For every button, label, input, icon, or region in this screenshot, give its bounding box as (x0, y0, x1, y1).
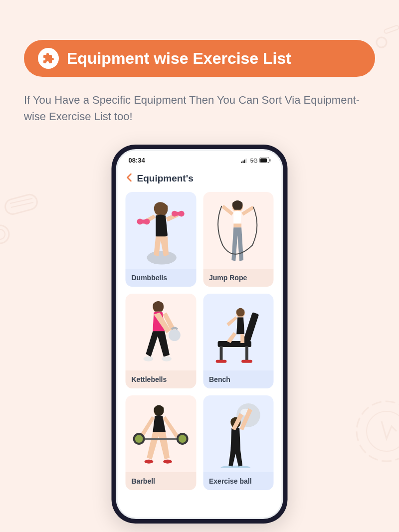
svg-rect-4 (3, 193, 39, 216)
battery-icon (260, 158, 271, 163)
app-header: Equipment's (118, 167, 282, 192)
svg-rect-15 (270, 159, 271, 162)
svg-point-19 (137, 218, 143, 224)
status-network: 5G (250, 158, 258, 164)
svg-point-3 (0, 229, 5, 239)
page-subtitle: If You Have a Specific Equipment Then Yo… (24, 92, 375, 125)
page-header-pill: Equipment wise Exercise List (24, 40, 375, 77)
svg-point-44 (179, 435, 187, 443)
svg-point-28 (162, 356, 172, 361)
equipment-label: Bench (203, 370, 274, 388)
svg-rect-31 (242, 312, 259, 345)
svg-point-39 (163, 459, 172, 463)
phone-screen: 08:34 5G Equipment's (118, 151, 282, 518)
svg-point-20 (144, 218, 150, 224)
svg-rect-14 (260, 159, 267, 163)
svg-point-48 (220, 465, 250, 468)
svg-rect-10 (243, 161, 244, 163)
svg-point-7 (357, 401, 399, 461)
equipment-label: Exercise ball (203, 472, 274, 490)
equipment-card-dumbbells[interactable]: Dumbbells (126, 192, 197, 287)
svg-point-27 (144, 356, 154, 361)
equipment-grid: Dumbbells (118, 192, 282, 490)
svg-point-16 (147, 251, 177, 265)
equipment-card-barbell[interactable]: Barbell (126, 395, 197, 490)
bg-decoration-icon (0, 189, 45, 249)
equipment-label: Dumbbells (126, 269, 197, 287)
svg-line-6 (11, 202, 33, 207)
equipment-image (203, 395, 274, 472)
page-title: Equipment wise Exercise List (67, 49, 291, 68)
equipment-image (203, 192, 274, 269)
equipment-card-exercise-ball[interactable]: Exercise ball (203, 395, 274, 490)
svg-rect-12 (246, 159, 247, 163)
svg-rect-9 (241, 162, 242, 163)
equipment-card-bench[interactable]: Bench (203, 294, 274, 388)
equipment-card-kettlebells[interactable]: Kettlebells (126, 294, 197, 388)
app-screen-title: Equipment's (137, 173, 194, 184)
svg-point-38 (145, 459, 154, 463)
equipment-label: Kettlebells (126, 370, 197, 388)
svg-point-29 (169, 329, 181, 341)
equipment-image (126, 192, 197, 269)
equipment-card-jump-rope[interactable]: Jump Rope (203, 192, 274, 287)
bg-decoration-icon (349, 394, 399, 469)
svg-point-23 (179, 210, 185, 216)
svg-rect-35 (241, 359, 252, 362)
equipment-image (126, 395, 197, 472)
svg-rect-1 (384, 25, 399, 34)
phone-mockup-frame: 08:34 5G Equipment's (112, 145, 288, 524)
equipment-image (126, 294, 197, 370)
status-time: 08:34 (129, 157, 145, 164)
back-chevron-icon[interactable] (127, 172, 132, 185)
signal-icon (241, 158, 248, 163)
bg-decoration-icon (374, 22, 399, 52)
svg-rect-11 (244, 160, 245, 163)
svg-point-22 (172, 210, 178, 216)
svg-rect-25 (233, 223, 241, 227)
svg-point-42 (135, 435, 143, 443)
svg-rect-32 (219, 346, 222, 361)
svg-point-0 (377, 37, 387, 47)
status-bar: 08:34 5G (118, 151, 282, 167)
equipment-label: Barbell (126, 472, 197, 490)
equipment-label: Jump Rope (203, 269, 274, 287)
status-indicators: 5G (241, 158, 271, 164)
svg-rect-33 (245, 346, 248, 361)
equipment-image (203, 294, 274, 370)
svg-rect-34 (215, 359, 226, 362)
svg-point-8 (367, 411, 399, 451)
puzzle-icon (38, 48, 59, 69)
